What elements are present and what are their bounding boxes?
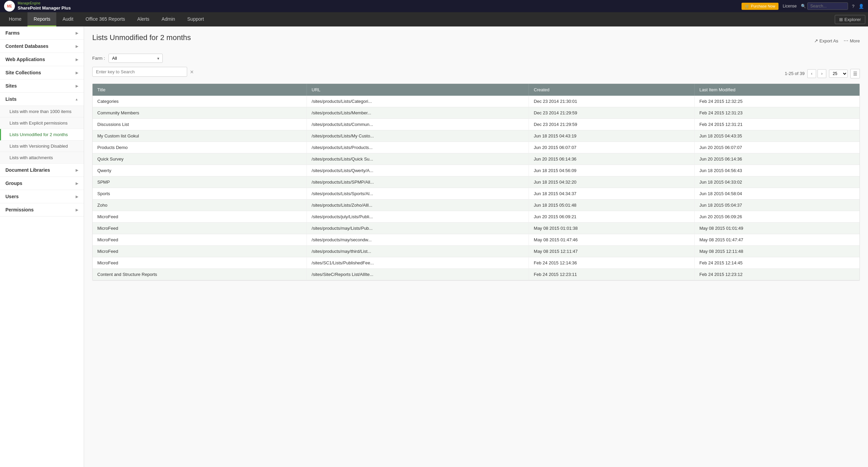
farm-select[interactable]: All Farm1 Farm2 (108, 54, 163, 63)
col-title[interactable]: Title (93, 84, 307, 96)
table-row[interactable]: Community Members/sites/products/Lists/M… (93, 107, 860, 119)
table-row[interactable]: Zoho/sites/products/Lists/Zoho/Alll...Ju… (93, 200, 860, 211)
cell-created: Jun 20 2015 06:14:36 (529, 153, 694, 165)
cell-url: /sites/SiteC/Reports List/AllIte... (307, 269, 529, 280)
logo-area: ME ManageEngine SharePoint Manager Plus (4, 1, 71, 12)
sidebar-section-farms: Farms▶ (0, 26, 84, 40)
sidebar-item-permissions[interactable]: Permissions▶ (0, 203, 84, 217)
cell-title: MicroFeed (93, 234, 307, 246)
table-row[interactable]: SPMP/sites/products/Lists/SPMP/All...Jun… (93, 176, 860, 188)
col-created[interactable]: Created (529, 84, 694, 96)
per-page-select[interactable]: 25 50 100 (829, 70, 848, 78)
cell-created: Dec 23 2014 21:29:59 (529, 107, 694, 119)
sidebar-item-lists[interactable]: Lists▲ (0, 93, 84, 106)
cell-url: /sites/products/july/Lists/Publi... (307, 211, 529, 223)
sidebar-item-web-applications[interactable]: Web Applications▶ (0, 53, 84, 66)
cell-last_modified: Jun 18 2015 04:58:04 (694, 188, 860, 200)
me-logo-text: ME (7, 4, 12, 8)
search-icon: 🔍 (801, 4, 806, 8)
nav-item-admin[interactable]: Admin (156, 12, 181, 26)
farm-filter: Farm : All Farm1 Farm2 (92, 54, 163, 63)
cell-created: Jun 18 2015 04:32:20 (529, 176, 694, 188)
next-page-button[interactable]: › (817, 69, 826, 78)
page-nav: ‹ › (807, 69, 826, 78)
cell-created: Jun 18 2015 04:56:09 (529, 165, 694, 176)
top-search-input[interactable] (807, 2, 848, 10)
farm-label: Farm : (92, 56, 105, 61)
chevron-right-icon: ▶ (76, 195, 78, 199)
cell-last_modified: Feb 24 2015 12:31:23 (694, 107, 860, 119)
export-button[interactable]: ↗ Export As (814, 38, 839, 43)
purchase-button[interactable]: 🛒 Purchase Now (742, 3, 779, 10)
explorer-button[interactable]: ⊞ Explorer (835, 15, 865, 24)
data-table-wrap: Title URL Created Last Item Modified Cat… (92, 83, 860, 281)
table-row[interactable]: MicroFeed/sites/products/may/Lists/Pub..… (93, 223, 860, 234)
table-row[interactable]: MicroFeed/sites/SC1/Lists/PublishedFee..… (93, 257, 860, 269)
nav-item-alerts[interactable]: Alerts (131, 12, 156, 26)
table-row[interactable]: MicroFeed/sites/products/may/third/List.… (93, 246, 860, 257)
more-button[interactable]: ⋯ More (844, 38, 860, 43)
nav-item-home[interactable]: Home (3, 12, 27, 26)
col-last-modified[interactable]: Last Item Modified (694, 84, 860, 96)
nav-item-support[interactable]: Support (181, 12, 210, 26)
sidebar-sub-item-lists-unmodified[interactable]: Lists Unmodified for 2 months (0, 129, 84, 141)
header-row: Title URL Created Last Item Modified (93, 84, 860, 96)
cell-title: MicroFeed (93, 246, 307, 257)
cell-created: Feb 24 2015 12:14:36 (529, 257, 694, 269)
cell-url: /sites/products/may/Lists/Pub... (307, 223, 529, 234)
purchase-icon: 🛒 (745, 4, 750, 8)
sidebar-sub-item-lists-1000[interactable]: Lists with more than 1000 items (0, 106, 84, 117)
prev-page-button[interactable]: ‹ (807, 69, 816, 78)
table-row[interactable]: Quick Survey/sites/products/Lists/Quick … (93, 153, 860, 165)
sidebar-section-web-applications: Web Applications▶ (0, 53, 84, 66)
cell-url: /sites/products/Lists/Commun... (307, 119, 529, 130)
table-row[interactable]: Products Demo/sites/products/Lists/Produ… (93, 142, 860, 153)
table-row[interactable]: Content and Structure Reports/sites/Site… (93, 269, 860, 280)
sidebar-item-sites[interactable]: Sites▶ (0, 79, 84, 93)
sidebar-item-site-collections[interactable]: Site Collections▶ (0, 66, 84, 79)
sidebar-sub-item-lists-explicit[interactable]: Lists with Explicit permissions (0, 117, 84, 129)
cell-created: Dec 23 2014 21:30:01 (529, 96, 694, 107)
search-input[interactable] (92, 67, 187, 77)
table-row[interactable]: Discussions List/sites/products/Lists/Co… (93, 119, 860, 130)
table-row[interactable]: Qwerty/sites/products/Lists/Qwerty/A...J… (93, 165, 860, 176)
nav-item-reports[interactable]: Reports (27, 12, 56, 26)
top-right-controls: 🛒 Purchase Now License 🔍 ? 👤 (742, 2, 864, 10)
cell-url: /sites/products/may/secondw... (307, 234, 529, 246)
cell-title: Quick Survey (93, 153, 307, 165)
help-button[interactable]: ? (852, 4, 854, 9)
nav-item-audit[interactable]: Audit (56, 12, 79, 26)
sidebar-item-groups[interactable]: Groups▶ (0, 177, 84, 190)
sidebar-section-content-databases: Content Databases▶ (0, 40, 84, 53)
table-row[interactable]: MicroFeed/sites/products/july/Lists/Publ… (93, 211, 860, 223)
explorer-icon: ⊞ (839, 17, 843, 22)
table-row[interactable]: MicroFeed/sites/products/may/secondw...M… (93, 234, 860, 246)
cell-created: Jun 20 2015 06:07:07 (529, 142, 694, 153)
user-button[interactable]: 👤 (859, 4, 864, 9)
sidebar-item-label: Sites (5, 83, 17, 89)
sidebar-sub-item-lists-versioning[interactable]: Lists with Versioning Disabled (0, 141, 84, 152)
sidebar-item-document-libraries[interactable]: Document Libraries▶ (0, 164, 84, 177)
sidebar-item-users[interactable]: Users▶ (0, 190, 84, 203)
cell-last_modified: Jun 20 2015 06:14:36 (694, 153, 860, 165)
cell-title: SPMP (93, 176, 307, 188)
export-icon: ↗ (814, 38, 818, 43)
sidebar-item-label: Users (5, 194, 19, 199)
columns-button[interactable]: ☰ (850, 69, 860, 78)
sidebar-section-users: Users▶ (0, 190, 84, 203)
cell-title: Community Members (93, 107, 307, 119)
license-link[interactable]: License (783, 4, 796, 8)
col-url[interactable]: URL (307, 84, 529, 96)
cell-url: /sites/products/Lists/Zoho/Alll... (307, 200, 529, 211)
search-clear-icon[interactable]: ✕ (190, 69, 194, 75)
table-row[interactable]: My Custom list Gokul/sites/products/List… (93, 130, 860, 142)
nav-items: HomeReportsAuditOffice 365 ReportsAlerts… (3, 12, 210, 26)
nav-item-office365[interactable]: Office 365 Reports (79, 12, 131, 26)
sidebar-item-content-databases[interactable]: Content Databases▶ (0, 40, 84, 53)
cell-title: MicroFeed (93, 211, 307, 223)
table-row[interactable]: Sports/sites/products/Lists/Sports/Al...… (93, 188, 860, 200)
sidebar-item-farms[interactable]: Farms▶ (0, 26, 84, 40)
table-row[interactable]: Categories/sites/products/Lists/Categori… (93, 96, 860, 107)
sidebar-sub-item-lists-attachments[interactable]: Lists with attachments (0, 152, 84, 164)
filter-toolbar: Farm : All Farm1 Farm2 (92, 54, 860, 63)
